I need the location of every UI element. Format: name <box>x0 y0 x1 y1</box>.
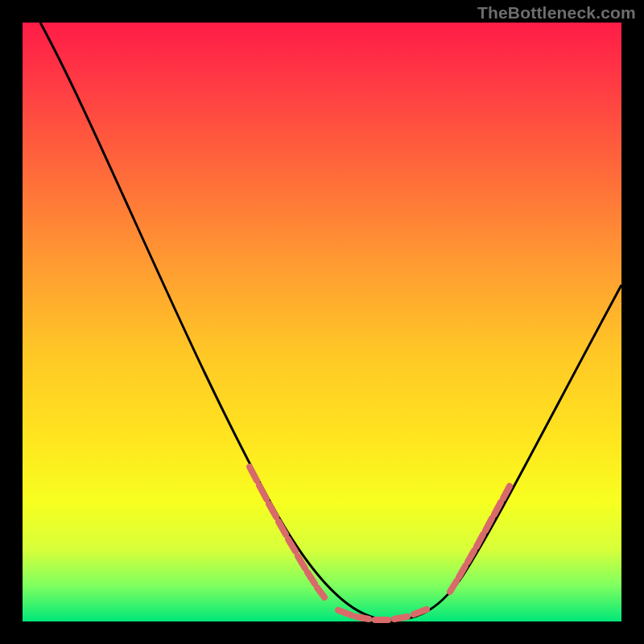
chart-svg <box>23 23 621 621</box>
svg-line-12 <box>414 609 427 614</box>
svg-line-13 <box>450 581 456 592</box>
svg-line-9 <box>356 617 369 619</box>
svg-line-8 <box>338 610 351 615</box>
watermark: TheBottleneck.com <box>477 3 636 23</box>
svg-line-3 <box>279 522 286 535</box>
svg-line-14 <box>459 566 465 577</box>
svg-line-0 <box>250 467 257 481</box>
svg-line-2 <box>269 504 276 517</box>
svg-line-11 <box>394 617 407 619</box>
svg-line-6 <box>308 572 315 584</box>
svg-line-7 <box>317 588 324 597</box>
valley-markers-left <box>250 467 324 597</box>
svg-line-1 <box>259 485 266 499</box>
chart-frame: TheBottleneck.com <box>0 0 644 644</box>
bottleneck-curve <box>40 23 621 620</box>
valley-markers-right <box>450 486 510 592</box>
